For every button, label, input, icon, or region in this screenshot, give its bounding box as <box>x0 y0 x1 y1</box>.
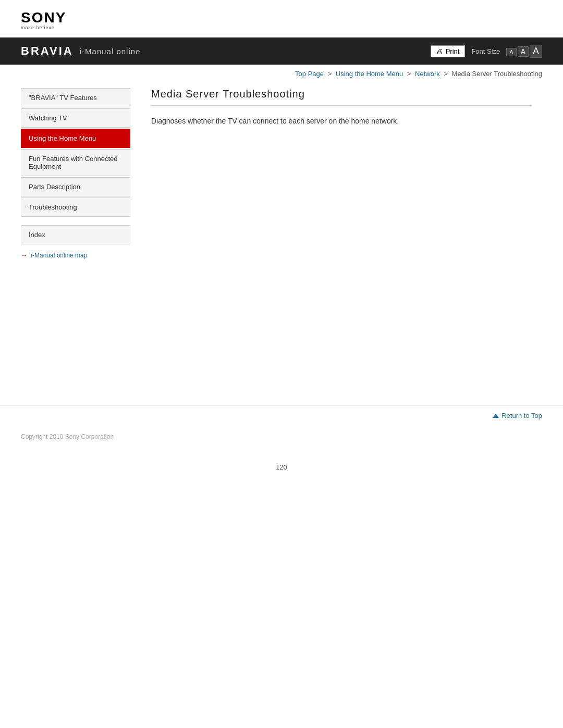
page-title: Media Server Troubleshooting <box>151 88 532 106</box>
copyright-text: Copyright 2010 Sony Corporation <box>21 433 114 440</box>
arrow-right-icon: → <box>21 252 27 259</box>
breadcrumb-sep-3: > <box>444 70 448 78</box>
footer: Copyright 2010 Sony Corporation <box>0 426 563 448</box>
triangle-up-icon <box>493 414 499 418</box>
breadcrumb-home-menu[interactable]: Using the Home Menu <box>336 70 403 78</box>
font-small-button[interactable]: A <box>506 48 516 56</box>
sony-brand-text: SONY <box>21 9 66 26</box>
return-top-label: Return to Top <box>501 412 542 419</box>
print-label: Print <box>446 47 460 55</box>
sidebar: "BRAVIA" TV Features Watching TV Using t… <box>21 78 136 259</box>
breadcrumb-current: Media Server Troubleshooting <box>452 70 542 78</box>
imanual-map-link[interactable]: → i-Manual online map <box>21 252 130 259</box>
main-content: Media Server Troubleshooting Diagnoses w… <box>136 78 542 259</box>
sidebar-item-fun-features[interactable]: Fun Features with Connected Equipment <box>21 149 130 176</box>
sidebar-item-index[interactable]: Index <box>21 225 130 244</box>
nav-right-controls: 🖨 Print Font Size A A A <box>431 45 542 58</box>
return-to-top-bar: Return to Top <box>0 405 563 426</box>
return-to-top-link[interactable]: Return to Top <box>493 412 542 419</box>
top-nav-bar: BRAVIA i-Manual online 🖨 Print Font Size… <box>0 38 563 65</box>
breadcrumb-sep-2: > <box>407 70 411 78</box>
bravia-title-group: BRAVIA i-Manual online <box>21 44 140 58</box>
font-medium-button[interactable]: A <box>518 46 529 57</box>
font-large-button[interactable]: A <box>530 45 542 58</box>
font-size-label: Font Size <box>471 47 500 55</box>
sidebar-item-troubleshooting[interactable]: Troubleshooting <box>21 198 130 217</box>
breadcrumb-sep-1: > <box>328 70 332 78</box>
breadcrumb-network[interactable]: Network <box>415 70 440 78</box>
sidebar-item-using-home-menu[interactable]: Using the Home Menu <box>21 129 130 148</box>
breadcrumb-top-page[interactable]: Top Page <box>295 70 324 78</box>
page-number: 120 <box>0 448 563 482</box>
logo-area: SONY make.believe <box>0 0 563 38</box>
main-wrapper: "BRAVIA" TV Features Watching TV Using t… <box>0 78 563 259</box>
sidebar-item-parts-description[interactable]: Parts Description <box>21 177 130 196</box>
breadcrumb: Top Page > Using the Home Menu > Network… <box>0 65 563 78</box>
print-button[interactable]: 🖨 Print <box>431 45 466 57</box>
sony-tagline: make.believe <box>21 25 66 30</box>
sidebar-item-watching-tv[interactable]: Watching TV <box>21 108 130 128</box>
sidebar-item-bravia-tv-features[interactable]: "BRAVIA" TV Features <box>21 88 130 107</box>
print-icon: 🖨 <box>436 47 443 55</box>
content-body: Diagnoses whether the TV can connect to … <box>151 115 532 127</box>
sony-logo: SONY make.believe <box>21 9 66 30</box>
font-size-controls: A A A <box>506 45 542 58</box>
imanual-label: i-Manual online <box>80 47 141 56</box>
bravia-logo-text: BRAVIA <box>21 44 74 58</box>
